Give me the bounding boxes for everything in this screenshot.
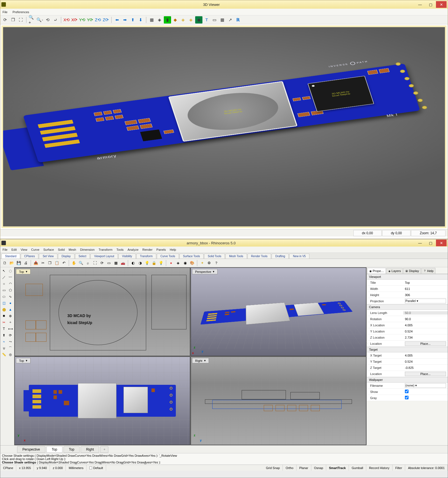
rect-icon[interactable]: ▭ (1, 287, 7, 293)
menu-view[interactable]: View (21, 248, 27, 251)
rotate-x-pos-icon[interactable]: X⟳ (71, 16, 78, 24)
viewport-top-shaded[interactable]: Top ▾ (15, 357, 190, 445)
reload-icon[interactable]: ⟳ (1, 16, 9, 24)
rotate-icon[interactable]: ⤾ (52, 16, 59, 24)
render-preview-icon[interactable]: ◐ (130, 260, 136, 266)
toggle-osnap[interactable]: Osnap (311, 465, 326, 471)
panel-tab-layers[interactable]: ◈ Layers (386, 268, 403, 274)
cut-icon[interactable]: ✂ (39, 260, 46, 266)
toggle-gumball[interactable]: Gumball (349, 465, 366, 471)
status-units[interactable]: Millimeters (66, 465, 87, 471)
redraw-icon[interactable]: ⟲ (44, 16, 51, 24)
menu-dimension[interactable]: Dimension (80, 248, 95, 251)
tooltab-curve-tools[interactable]: Curve Tools (157, 254, 179, 259)
menu-curve[interactable]: Curve (31, 248, 39, 251)
toggle-filter[interactable]: Filter (393, 465, 405, 471)
rotate-y-pos-icon[interactable]: Y⟳ (87, 16, 94, 24)
sweep-icon[interactable]: ⤳ (7, 339, 13, 345)
move-down-icon[interactable]: ⬇ (137, 16, 144, 24)
place-button[interactable]: Place... (405, 341, 446, 346)
menu-solid[interactable]: Solid (58, 248, 65, 251)
tooltab-mesh-tools[interactable]: Mesh Tools (225, 254, 247, 259)
pointer-icon[interactable]: ↖ (1, 268, 7, 274)
realistic-icon[interactable]: ℝ (234, 16, 242, 24)
viewport-label-top2[interactable]: Top ▾ (16, 358, 31, 363)
dim-icon[interactable]: ⟷ (7, 326, 13, 332)
polyline-icon[interactable]: 〰 (7, 274, 13, 280)
join-icon[interactable]: ⊕ (7, 313, 13, 319)
tooltab-standard[interactable]: Standard (1, 254, 20, 259)
panel-tab-properties[interactable]: ◉ Prope… (367, 268, 386, 274)
vptab-right-3[interactable]: Right (81, 446, 99, 453)
extrude-icon[interactable]: ⬆ (1, 332, 7, 338)
cone-icon[interactable]: ▲ (7, 306, 13, 313)
status-layer[interactable]: Default (87, 465, 106, 471)
save-icon[interactable]: 💾 (15, 260, 22, 266)
fillet-icon[interactable]: ⌒ (7, 345, 13, 351)
menu-help[interactable]: Help (170, 248, 176, 251)
menu-tools[interactable]: Tools (116, 248, 124, 251)
pan-icon[interactable]: ✋ (71, 260, 77, 266)
rhino-close-button[interactable]: ✕ (436, 240, 447, 246)
import-icon[interactable]: 📥 (32, 260, 39, 266)
ghosted-icon[interactable]: ◑ (137, 260, 143, 266)
menu-preferences[interactable]: Preferences (13, 10, 29, 14)
axo-icon[interactable]: ◈ (156, 16, 163, 24)
pcb-toggle-icon[interactable]: ▮ (164, 16, 171, 24)
tooltab-viewport-layout[interactable]: Viewport Layout (90, 254, 118, 259)
lasso-icon[interactable]: ◌ (7, 268, 13, 274)
tooltab-display[interactable]: Display (58, 254, 74, 259)
copy-icon[interactable]: ❐ (9, 16, 17, 24)
tooltab-set-view[interactable]: Set View (39, 254, 57, 259)
zoom-in-icon[interactable]: 🔍+ (28, 16, 36, 24)
move-left-icon[interactable]: ⬅ (113, 16, 121, 24)
measure-icon[interactable]: 📏 (1, 352, 7, 358)
rhino-titlebar[interactable]: armory_bbox - Rhinoceros 5.0 — ▢ ✕ (0, 239, 448, 247)
menu-analyze[interactable]: Analyze (127, 248, 138, 251)
layers-icon[interactable]: ◈ (175, 260, 181, 266)
rotate-x-neg-icon[interactable]: X⟲ (63, 16, 70, 24)
ellipse-icon[interactable]: ⬭ (1, 294, 7, 300)
menu-surface[interactable]: Surface (43, 248, 54, 251)
vptab-top-1[interactable]: Top (46, 446, 62, 453)
undo-icon[interactable]: ↶ (60, 260, 67, 266)
toggle-ortho[interactable]: Ortho (283, 465, 297, 471)
solder-mask-icon[interactable]: ◆ (172, 16, 179, 24)
cylinder-icon[interactable]: ⬤ (1, 306, 7, 313)
lock-icon[interactable]: 🔒 (151, 260, 157, 266)
text-icon[interactable]: T (1, 326, 7, 332)
minimize-button[interactable]: — (415, 1, 425, 8)
viewport-label-top[interactable]: Top ▾ (16, 269, 31, 274)
zoom-fit-icon[interactable]: ⛶ (17, 16, 24, 24)
toggle-record-history[interactable]: Record History (366, 465, 393, 471)
rhino-minimize-button[interactable]: — (415, 240, 425, 246)
shade-icon[interactable]: 🚗 (120, 260, 126, 266)
viewport-perspective[interactable]: Perspective ▾ (191, 268, 366, 356)
menu-transform[interactable]: Transform (99, 248, 113, 251)
panel-tab-help[interactable]: ？ Help (421, 268, 435, 274)
toggle-text-icon[interactable]: T (203, 16, 210, 24)
box-select-icon[interactable]: ▭ (106, 260, 112, 266)
new-icon[interactable]: 🗋 (1, 260, 8, 266)
move-right-icon[interactable]: ➡ (121, 16, 129, 24)
tooltab-transform[interactable]: Transform (136, 254, 156, 259)
zoom-in2-icon[interactable]: 🔍 (78, 260, 84, 266)
tooltab-cplanes[interactable]: CPlanes (21, 254, 39, 259)
circle-tool-icon[interactable]: ○ (1, 281, 7, 287)
line-icon[interactable]: ／ (1, 274, 7, 280)
titlebar[interactable]: 3D Viewer — ▢ ✕ (0, 0, 448, 9)
open-icon[interactable]: 📂 (8, 260, 15, 266)
grid-icon[interactable]: ▦ (219, 16, 226, 24)
material-icon[interactable]: ● (168, 260, 174, 266)
bbox-icon[interactable]: ▭ (211, 16, 218, 24)
cmd-prompt[interactable]: Choose Shade settings ( DisplayMode=Shad… (2, 461, 446, 464)
render2-icon[interactable]: 🎨 (189, 260, 195, 266)
close-button[interactable]: ✕ (436, 1, 447, 8)
split-icon[interactable]: ÷ (7, 319, 13, 325)
sphere-icon[interactable]: ● (7, 300, 13, 306)
help-icon[interactable]: ？ (213, 260, 220, 266)
lightbulb-icon[interactable]: 💡 (144, 260, 150, 266)
rotate-z-pos-icon[interactable]: Z⟳ (102, 16, 109, 24)
tooltab-surface-tools[interactable]: Surface Tools (179, 254, 204, 259)
menu-panels[interactable]: Panels (157, 248, 166, 251)
